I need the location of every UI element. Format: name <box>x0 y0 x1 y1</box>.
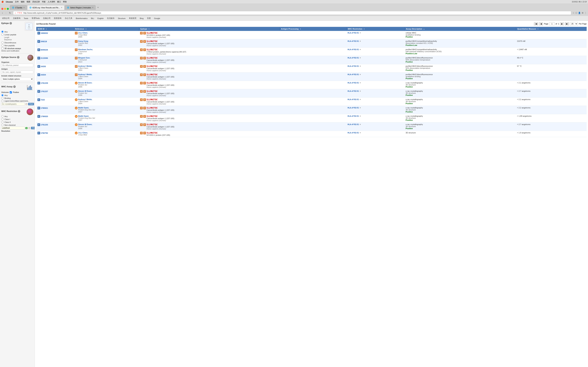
epitope-help-icon[interactable]: ? <box>9 22 12 25</box>
mhc-link-8[interactable]: HLA-A*02:01 <box>348 98 359 100</box>
epitope-seq-4[interactable]: SLLMWITQC <box>147 65 174 67</box>
3d-icon-9[interactable]: 3D <box>75 107 78 109</box>
bookmark-google[interactable]: Google <box>154 17 161 20</box>
ref-name-9[interactable]: Malkit Sami; <box>78 107 89 109</box>
mhc-class1-input[interactable] <box>1 118 4 120</box>
ref-name-8[interactable]: Andrew I Webb; <box>78 98 92 100</box>
mhc-filter-icon-8[interactable]: ▼ <box>359 99 361 100</box>
mhc-filter-icon-2[interactable]: ▼ <box>359 49 361 50</box>
people-menu[interactable]: 人大资料 <box>48 0 55 3</box>
iedb-id-link-0[interactable]: 1908202 <box>41 32 48 34</box>
filter-icon-2[interactable]: F <box>37 49 40 51</box>
epi-icon2-2[interactable]: F <box>143 49 146 51</box>
epitope-seq-1[interactable]: SLLMWITQC <box>147 40 174 42</box>
epi-icon-7[interactable]: F <box>140 90 143 93</box>
col-assay-sort[interactable]: ▲ <box>423 28 425 30</box>
mhc-link-4[interactable]: HLA-A*02:01 <box>348 65 359 67</box>
bookmark-lifestyle[interactable]: 生活娱乐 <box>106 17 115 20</box>
tab-close-ctpedia[interactable]: ✕ <box>23 7 25 8</box>
ref-name-6[interactable]: Steven M Dunn; <box>78 82 92 84</box>
last-page-button[interactable]: ▶| <box>565 22 569 25</box>
bookmark-wenxian[interactable]: 文献查询 <box>12 17 21 20</box>
col-iedb-id[interactable]: IEDB ID ▼ <box>36 27 74 31</box>
tab-immudex[interactable]: 🌐 Select Region | Immudex ✕ <box>65 5 96 10</box>
mhc-filter-icon-7[interactable]: ▼ <box>359 90 361 92</box>
apple-menu[interactable]: 🍎 <box>1 1 4 3</box>
assay-binding-input[interactable] <box>1 97 4 99</box>
mhc-link-7[interactable]: HLA-A*02:01 <box>348 90 359 92</box>
new-tab-button[interactable]: + <box>96 5 100 9</box>
more-menu-icon[interactable]: ⋮ <box>585 12 587 14</box>
reload-button[interactable]: ↻ <box>8 11 12 15</box>
mhc-filter-icon-4[interactable]: ▼ <box>359 65 361 67</box>
filter-icon-5[interactable]: F <box>37 73 40 76</box>
tab-close-iedb[interactable]: ✕ <box>61 7 62 8</box>
organism-input[interactable] <box>1 64 33 67</box>
assay-ligand-radio[interactable]: Ligand elution/Mass spectrome... <box>1 100 33 102</box>
iedb-id-link-9[interactable]: 1780021 <box>41 107 48 109</box>
epitope-linear-input[interactable] <box>1 33 4 36</box>
tab-close-immudex[interactable]: ✕ <box>92 7 93 8</box>
epitope-seq-0[interactable]: SLLMWITQC <box>147 32 170 34</box>
mhc-filter-icon-12[interactable]: ▼ <box>359 132 361 134</box>
epi-icon2-1[interactable]: F <box>143 40 146 43</box>
edit-menu[interactable]: 编辑 <box>21 0 25 3</box>
ref-icon-2[interactable]: F <box>75 49 78 51</box>
mhc-link-9[interactable]: HLA-A*02:01 <box>348 107 359 109</box>
filter-icon-12[interactable]: F <box>37 132 40 134</box>
iedb-id-link-2[interactable]: 8269226 <box>41 49 48 51</box>
mhc-nonclassical-input[interactable] <box>1 124 4 126</box>
window-close[interactable] <box>1 8 3 10</box>
epitope-seq-9[interactable]: SLLMWITQC <box>147 107 174 109</box>
epitope-seq-2[interactable]: SLLMWITQC <box>147 49 186 51</box>
extensions-icon[interactable]: ⚙ <box>582 12 584 14</box>
iedb-id-link-5[interactable]: 24254 <box>41 74 46 76</box>
length-sub[interactable]: Length <box>4 36 33 39</box>
mhc-class1-radio[interactable]: Class I <box>1 118 33 120</box>
bookmark-bili[interactable]: BiLi <box>90 17 95 20</box>
bookmark-common-tools[interactable]: 常用Tools <box>31 17 41 20</box>
tab-ctpedia[interactable]: 🌐 CTpedia ✕ <box>10 5 27 10</box>
bookmark-tools[interactable]: Tools <box>23 17 29 20</box>
related-structure-select[interactable]: Select multiple options <box>1 77 33 81</box>
iedb-id-link-4[interactable]: 24255 <box>41 66 46 67</box>
mhc-link-0[interactable]: HLA-A*02:01 <box>348 32 359 34</box>
filter-icon-3[interactable]: F <box>37 57 40 59</box>
profile-icon[interactable]: 👤 <box>578 12 581 14</box>
col-mhc-restriction[interactable]: MHC Restriction ▼ <box>346 27 404 31</box>
epi-icon-1[interactable]: F <box>140 40 143 43</box>
epi-icon2-3[interactable]: F <box>143 57 146 59</box>
epitope-nonpeptidic-input[interactable] <box>1 44 4 47</box>
epitope-seq-7[interactable]: SLLMWITQC <box>147 90 174 92</box>
ref-name-1[interactable]: Gang Zeng; <box>78 40 88 42</box>
bookmark-office[interactable]: 办公工具 <box>64 17 73 20</box>
iedb-id-link-11[interactable]: 1781235 <box>41 124 48 126</box>
assay-binding-radio[interactable]: Binding <box>1 97 33 99</box>
undefined-input[interactable] <box>1 127 25 129</box>
ref-icon-1[interactable]: F <box>75 40 78 43</box>
mhc-class2-radio[interactable]: Class II <box>1 121 33 123</box>
mhc-link-10[interactable]: HLA-A*02:01 <box>348 115 359 117</box>
filter-icon-0[interactable]: F <box>37 32 40 34</box>
mhc-filter-icon-6[interactable]: ▼ <box>359 82 361 84</box>
3d-icon-6[interactable]: 3D <box>75 82 78 84</box>
ref-name-3[interactable]: Mingwei Sun; <box>78 57 90 59</box>
bookmark-structure[interactable]: Structure <box>117 17 126 20</box>
bookmark-youdao[interactable]: 有道首页 <box>128 17 137 20</box>
epitope-linear-radio[interactable]: Linear peptide <box>1 33 33 36</box>
col-reference[interactable]: Reference ▼ <box>74 27 139 31</box>
page-input[interactable] <box>549 22 554 25</box>
cast-icon[interactable]: ⬡ <box>575 12 577 14</box>
bookmark-shiji[interactable]: 试剂公司 <box>1 17 10 20</box>
filter-icon-10[interactable]: F <box>37 115 40 118</box>
iedb-id-link-1[interactable]: 208218 <box>41 41 47 42</box>
mhc-filter-icon-3[interactable]: ▼ <box>359 57 361 59</box>
col-reference-sort[interactable]: ▼ <box>85 28 87 30</box>
bookmark-bing[interactable]: Bing <box>139 17 144 20</box>
mhc-filter-icon-11[interactable]: ▼ <box>359 124 361 125</box>
mhc-link-11[interactable]: HLA-A*02:01 <box>348 123 359 125</box>
file-menu[interactable]: 文件 <box>15 0 19 3</box>
crystallography-input[interactable] <box>1 103 25 106</box>
assay-any-radio[interactable]: Any <box>1 94 33 96</box>
3d-icon-7[interactable]: 3D <box>75 90 78 93</box>
